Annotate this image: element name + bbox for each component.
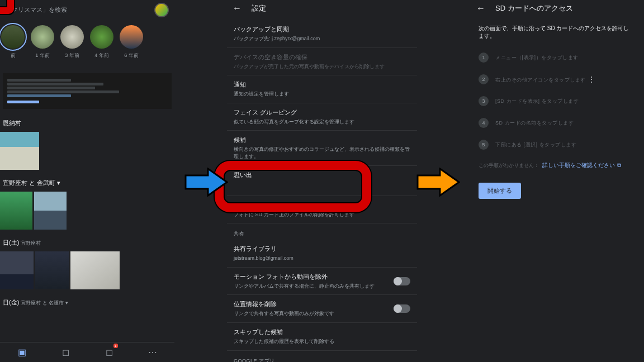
step-text: 右上のその他アイコンをタップします⋮ xyxy=(495,75,595,84)
guide-arrow-blue xyxy=(184,168,228,197)
back-arrow-icon[interactable]: ← xyxy=(233,3,242,13)
story-item[interactable]: 3 年前 xyxy=(60,25,84,59)
setting-shared-library[interactable]: 共有ライブラリ jetstream.blog@gmail.com xyxy=(227,240,417,268)
photo-thumbnail[interactable] xyxy=(0,251,34,289)
photo-thumbnail[interactable] xyxy=(70,251,120,289)
tab-sharing[interactable]: ⋯ xyxy=(131,342,174,362)
sd-card-access-panel: ← SD カードへのアクセス 次の画面で、手順に沿って SD カードへのアクセス… xyxy=(468,0,644,362)
setting-free-up-space: デバイスの空き容量の確保 バックアップが完了した元の写真や動画をデバイスから削除… xyxy=(227,48,417,76)
photo-thumbnail[interactable] xyxy=(35,251,69,289)
settings-panel: ← 設定 バックアップと同期 バックアップ先: j.zephyrx@gmail.… xyxy=(227,0,417,362)
tab-photos[interactable]: ▣ xyxy=(0,342,44,362)
help-row: この手順がわかりません： 詳しい手順をご確認ください ⧉ xyxy=(479,161,634,169)
photos-app-panel: 「クリスマス」を検索 前 1 年前 3 年前 4 年前 6 年前 恩納村 宜野座… xyxy=(0,0,174,362)
story-item[interactable]: 4 年前 xyxy=(90,25,113,59)
highlight-ring-menu xyxy=(0,0,14,14)
setting-remove-location[interactable]: 位置情報を削除 リンクで共有する写真や動画のみが対象です xyxy=(227,295,417,323)
location-title[interactable]: 宜野座村 と 金武町 ▾ xyxy=(0,174,174,192)
screenshot-thumbnail[interactable] xyxy=(3,73,172,109)
notification-badge: 1 xyxy=(113,344,118,348)
story-item[interactable]: 1 年前 xyxy=(31,25,54,59)
step-1: 1 メニュー（[表示]）をタップします xyxy=(479,53,634,63)
step-text: [SD カードを表示] をタップします xyxy=(495,98,579,105)
header: ← SD カードへのアクセス xyxy=(468,0,644,17)
location-title: 恩納村 xyxy=(0,115,174,132)
setting-face-grouping[interactable]: フェイス グルーピング 似ている顔の写真をグループ化する設定を管理します xyxy=(227,103,417,131)
search-input[interactable]: 「クリスマス」を検索 xyxy=(6,6,67,14)
open-in-new-icon: ⧉ xyxy=(617,162,621,169)
step-text: メニュー（[表示]）をタップします xyxy=(495,54,579,61)
help-link[interactable]: 詳しい手順をご確認ください ⧉ xyxy=(542,161,621,169)
step-text: 下部にある [選択] をタップします xyxy=(495,141,576,149)
photo-feed: 恩納村 宜野座村 と 金武町 ▾ 日(土) 宜野座村 日(金) 宜野座村 と 名… xyxy=(0,65,174,314)
photo-thumbnail[interactable] xyxy=(34,192,67,230)
setting-skipped-suggestions[interactable]: スキップした候補 スキップした候補の履歴を表示して削除する xyxy=(227,323,417,351)
avatar[interactable] xyxy=(154,3,169,17)
photo-thumbnail[interactable] xyxy=(0,132,39,170)
tab-albums[interactable]: ◻ xyxy=(44,342,87,362)
section-header-share: 共有 xyxy=(227,223,417,240)
intro-text: 次の画面で、手順に沿って SD カードへのアクセスを許可します。 xyxy=(479,25,634,40)
setting-sd-card-access[interactable]: SD カードへのアクセス フォトに SD カード上のファイルの削除を許可します xyxy=(227,196,417,224)
more-vert-icon: ⋮ xyxy=(588,75,595,83)
setting-motion-photo-exclude[interactable]: モーション フォトから動画を除外 リンクやアルバムで共有する場合に、静止画のみを… xyxy=(227,268,417,296)
bottom-tabs: ▣ ◻ ◻1 ⋯ xyxy=(0,342,174,362)
settings-list: バックアップと同期 バックアップ先: j.zephyrx@gmail.com デ… xyxy=(227,17,417,362)
setting-memories[interactable]: 思い出 xyxy=(227,166,417,196)
story-item[interactable]: 前 xyxy=(1,25,25,59)
tab-for-you[interactable]: ◻1 xyxy=(87,342,131,362)
setting-suggestions[interactable]: 候補 横向きの写真の修正やおすすめのコラージュなど、表示される候補の種類を管理し… xyxy=(227,131,417,165)
stories-row: 前 1 年前 3 年前 4 年前 6 年前 xyxy=(0,20,174,65)
back-arrow-icon[interactable]: ← xyxy=(476,3,485,13)
step-2: 2 右上のその他アイコンをタップします⋮ xyxy=(479,74,634,84)
date-title[interactable]: 日(金) 宜野座村 と 名護市 ▾ xyxy=(0,294,174,311)
step-5: 5 下部にある [選択] をタップします xyxy=(479,140,634,150)
step-text: SD カードの名前をタップします xyxy=(495,120,574,127)
header: 「クリスマス」を検索 xyxy=(0,0,174,20)
toggle-switch[interactable] xyxy=(394,304,410,313)
setting-notifications[interactable]: 通知 通知の設定を管理します xyxy=(227,75,417,103)
step-number: 4 xyxy=(479,118,489,128)
step-number: 3 xyxy=(479,96,489,106)
step-number: 2 xyxy=(479,74,489,84)
start-button[interactable]: 開始する xyxy=(479,183,521,199)
section-header-google: GOOGLE アプリ xyxy=(227,351,417,362)
page-title: 設定 xyxy=(252,3,266,13)
photo-thumbnail[interactable] xyxy=(0,192,32,230)
step-number: 5 xyxy=(479,140,489,150)
setting-backup-sync[interactable]: バックアップと同期 バックアップ先: j.zephyrx@gmail.com xyxy=(227,20,417,48)
step-4: 4 SD カードの名前をタップします xyxy=(479,118,634,128)
toggle-switch[interactable] xyxy=(394,277,410,285)
story-item[interactable]: 6 年前 xyxy=(120,25,143,59)
header: ← 設定 xyxy=(227,0,417,17)
guide-arrow-orange xyxy=(416,168,460,197)
step-number: 1 xyxy=(479,53,489,63)
step-3: 3 [SD カードを表示] をタップします xyxy=(479,96,634,106)
date-title: 日(土) 宜野座村 xyxy=(0,234,174,251)
help-text: この手順がわかりません： xyxy=(479,162,539,169)
page-title: SD カードへのアクセス xyxy=(495,3,573,13)
